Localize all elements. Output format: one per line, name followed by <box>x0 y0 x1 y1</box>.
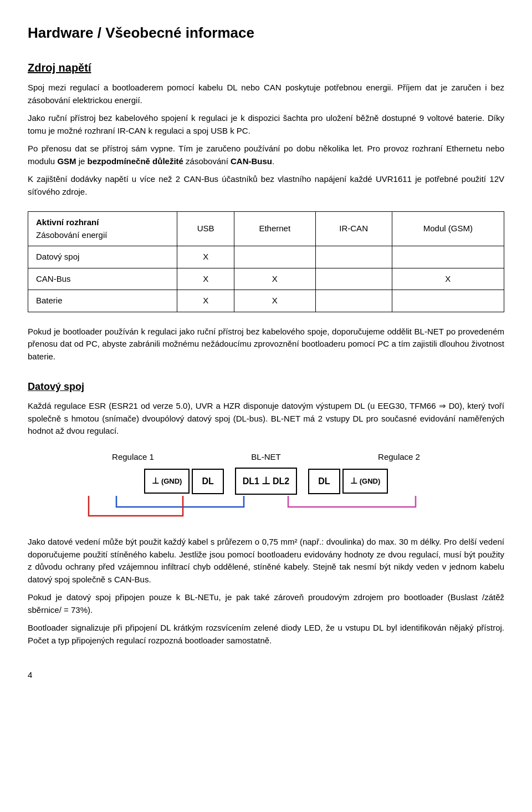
row1-ircan <box>315 246 392 268</box>
dl-diagram: Regulace 1 BL-NET Regulace 2 ⊥ (GND) DL … <box>72 451 460 523</box>
row1-label: Datový spoj <box>28 246 177 268</box>
row3-ircan <box>315 290 392 312</box>
datovy-para-2: Jako datové vedení může být použit každý… <box>28 536 504 586</box>
datovy-para-1: Každá regulace ESR (ESR21 od verze 5.0),… <box>28 400 504 438</box>
zdroj-napeti-heading: Zdroj napětí <box>28 59 504 76</box>
th-gsm: Modul (GSM) <box>392 212 504 246</box>
row2-label: CAN-Bus <box>28 268 177 290</box>
zdroj-para-4: K zajištění dodávky napětí u více než 2 … <box>28 173 504 198</box>
datovy-spoj-heading: Datový spoj <box>28 379 504 394</box>
th-aktivni-rozhrani: Aktivní rozhraní Zásobování energií <box>28 212 177 246</box>
row2-usb: X <box>177 268 234 290</box>
diagram-boxes: ⊥ (GND) DL DL1 ⊥ DL2 DL ⊥ (GND) <box>72 468 460 495</box>
th-usb: USB <box>177 212 234 246</box>
diagram-labels: Regulace 1 BL-NET Regulace 2 <box>72 451 460 464</box>
row1-gsm <box>392 246 504 268</box>
table-row: Datový spoj X <box>28 246 504 268</box>
wires-svg <box>72 495 460 522</box>
blnet-label: BL-NET <box>194 451 338 464</box>
th-ircan: IR-CAN <box>315 212 392 246</box>
page-title: Hardware / Všeobecné informace <box>28 22 504 44</box>
box-dl1: DL <box>192 469 223 494</box>
energy-table-section: Aktivní rozhraní Zásobování energií USB … <box>28 211 504 312</box>
blnet-dl2: DL2 <box>273 475 289 488</box>
blnet-box: DL1 ⊥ DL2 <box>235 468 297 495</box>
row1-ethernet <box>234 246 315 268</box>
zdroj-para-2: Jako ruční přístroj bez kabelového spoje… <box>28 112 504 137</box>
box-gnd2: ⊥ (GND) <box>342 469 388 494</box>
row2-ircan <box>315 268 392 290</box>
row3-usb: X <box>177 290 234 312</box>
reg1-label: Regulace 1 <box>72 451 194 464</box>
page-number: 4 <box>28 669 504 682</box>
zdroj-para-3: Po přenosu dat se přístroj sám vypne. Tí… <box>28 143 504 168</box>
blnet-gnd-sym: ⊥ <box>262 474 270 489</box>
datovy-para-3: Pokud je datový spoj připojen pouze k BL… <box>28 591 504 616</box>
table-row: Baterie X X <box>28 290 504 312</box>
blnet-dl1: DL1 <box>243 475 259 488</box>
row3-ethernet: X <box>234 290 315 312</box>
datovy-para-4: Bootloader signalizuje při připojení DL … <box>28 622 504 647</box>
box-dl2: DL <box>308 469 340 494</box>
bootloader-para: Pokud je bootloader používán k regulaci … <box>28 326 504 363</box>
table-row: CAN-Bus X X X <box>28 268 504 290</box>
th-ethernet: Ethernet <box>234 212 315 246</box>
row2-ethernet: X <box>234 268 315 290</box>
zdroj-para-1: Spoj mezi regulací a bootloaderem pomocí… <box>28 82 504 106</box>
row3-gsm <box>392 290 504 312</box>
reg2-label: Regulace 2 <box>338 451 460 464</box>
row3-label: Baterie <box>28 290 177 312</box>
box-gnd1: ⊥ (GND) <box>144 469 190 494</box>
energy-table: Aktivní rozhraní Zásobování energií USB … <box>28 211 504 312</box>
diagram-wires <box>72 495 460 522</box>
row1-usb: X <box>177 246 234 268</box>
row2-gsm: X <box>392 268 504 290</box>
